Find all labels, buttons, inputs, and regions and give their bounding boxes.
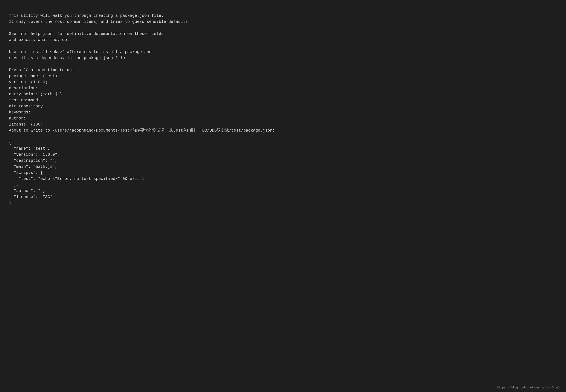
terminal-line: package name: (test): [9, 73, 557, 79]
terminal-line: "scripts": {: [9, 170, 557, 176]
terminal-line: [9, 61, 557, 67]
terminal-line: },: [9, 182, 557, 188]
watermark: https://blog.csdn.net/huangjianfeng21: [497, 386, 562, 390]
terminal-output: This utility will walk you through creat…: [9, 7, 557, 206]
terminal-line: test command:: [9, 97, 557, 103]
terminal-line: See `npm help json` for definitive docum…: [9, 31, 557, 37]
terminal-line: and exactly what they do.: [9, 37, 557, 43]
terminal-line: Press ^C at any time to quit.: [9, 67, 557, 73]
terminal-line: Use `npm install <pkg>` afterwards to in…: [9, 49, 557, 55]
terminal-line: save it as a dependency in the package.j…: [9, 55, 557, 61]
terminal-line: {: [9, 140, 557, 146]
terminal-line: "test": "echo \"Error: no test specified…: [9, 176, 557, 182]
terminal-line: entry point: (math.js): [9, 91, 557, 97]
terminal-line: It only covers the most common items, an…: [9, 19, 557, 25]
terminal-line: author:: [9, 115, 557, 122]
terminal-line: This utility will walk you through creat…: [9, 13, 557, 19]
terminal-line: "name": "test",: [9, 146, 557, 152]
terminal-line: "license": "ISC": [9, 194, 557, 200]
terminal-line: }: [9, 200, 557, 206]
terminal-line: "version": "1.0.0",: [9, 152, 557, 158]
terminal-line: description:: [9, 85, 557, 91]
terminal-line: "author": "",: [9, 188, 557, 194]
terminal-line: "description": "",: [9, 158, 557, 164]
terminal-line: [9, 43, 557, 49]
terminal-line: "main": "math.js",: [9, 164, 557, 170]
terminal-line: [9, 134, 557, 140]
terminal-line: license: (ISC): [9, 122, 557, 127]
terminal-line: git repository:: [9, 103, 557, 109]
terminal-line: version: (1.0.0): [9, 79, 557, 85]
terminal-line: [9, 25, 557, 31]
terminal-line: About to write to /Users/jacobhuang/Docu…: [9, 127, 557, 134]
terminal-line: keywords:: [9, 109, 557, 115]
